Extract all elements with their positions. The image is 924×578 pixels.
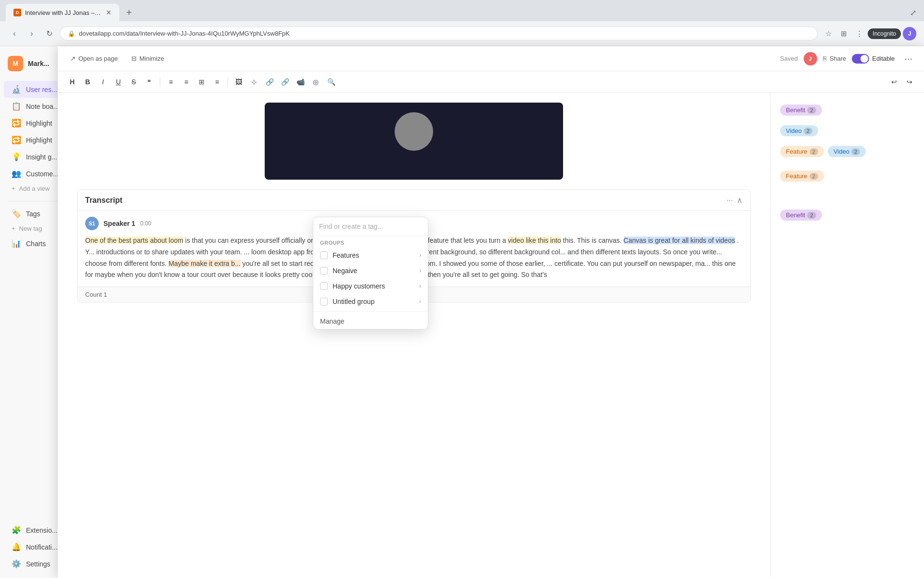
minimize-button[interactable]: ⊟ Minimize — [127, 52, 169, 65]
tab-close-button[interactable]: ✕ — [106, 9, 112, 16]
tag-search-input[interactable] — [319, 223, 422, 230]
untitled-group-checkbox[interactable] — [320, 298, 328, 305]
dropdown-item-features[interactable]: Features › — [313, 248, 428, 263]
tag-label: Benefit — [786, 211, 805, 219]
features-checkbox[interactable] — [320, 251, 328, 259]
highlight-span: One of the best parts about loom — [85, 236, 183, 244]
user-avatar-button[interactable]: J — [903, 27, 916, 40]
code-block-button[interactable]: ⊹ — [247, 75, 261, 89]
tag-count: 2 — [809, 173, 818, 180]
more-options-button[interactable]: ··· — [900, 51, 916, 66]
workspace-icon: M — [8, 56, 23, 71]
sidebar-item-label: User res... — [26, 86, 57, 93]
dropdown-search-area — [313, 217, 428, 236]
toolbar-actions: ☆ ⊞ ⋮ Incognito J — [821, 27, 916, 40]
note-board-icon: 📋 — [12, 102, 21, 111]
tag-count: 2 — [804, 128, 812, 134]
open-as-page-button[interactable]: ↗ Open as page — [65, 52, 123, 65]
draw-button[interactable]: ◎ — [309, 75, 322, 89]
profile-icon[interactable]: ⊞ — [837, 27, 850, 40]
url-text: dovetailapp.com/data/Interview-with-JJ-J… — [79, 30, 290, 37]
untitled-group-label: Untitled group — [333, 298, 374, 305]
align-button[interactable]: ≡ — [210, 75, 224, 89]
add-view-label: Add a view — [19, 185, 50, 192]
tag-count: 2 — [807, 107, 816, 114]
toggle-switch[interactable] — [852, 54, 869, 64]
table-button[interactable]: ⊞ — [195, 75, 208, 89]
chevron-right-icon: › — [419, 283, 421, 289]
dropdown-divider — [313, 311, 428, 312]
tag-feature1[interactable]: Feature 2 — [780, 146, 824, 157]
dropdown-item-negative[interactable]: Negaive › — [313, 263, 428, 278]
browser-toolbar: ‹ › ↻ 🔒 dovetailapp.com/data/Interview-w… — [0, 21, 924, 46]
sidebar-item-label: Highlight — [26, 119, 52, 127]
strikethrough-button[interactable]: S — [127, 75, 141, 89]
tag-benefit2[interactable]: Benefit 2 — [780, 210, 822, 221]
tag-label: Benefit — [786, 106, 805, 114]
forward-button[interactable]: › — [25, 27, 38, 40]
browser-tab-active[interactable]: D Interview with JJ Jonas – Dove... ✕ — [6, 4, 119, 21]
incognito-badge: Incognito — [868, 28, 901, 39]
manage-button[interactable]: Manage — [313, 314, 428, 329]
share-button[interactable]: ⎘ Share — [823, 55, 847, 62]
editable-label: Editable — [872, 55, 895, 62]
highlight1-icon: 🔁 — [12, 118, 21, 128]
sidebar-label: Extensio... — [26, 526, 57, 534]
heading-button[interactable]: H — [65, 75, 79, 89]
tab-favicon: D — [13, 9, 21, 16]
image-button[interactable]: 🖼 — [232, 75, 245, 89]
negative-checkbox[interactable] — [320, 267, 328, 275]
italic-button[interactable]: I — [96, 75, 110, 89]
document-content: Transcript ··· ∧ S1 Speaker 1 0:00 One o… — [58, 93, 924, 578]
tag-count: 2 — [851, 148, 860, 155]
tag-feature2[interactable]: Feature 2 — [780, 171, 824, 182]
modal-toolbar: ↗ Open as page ⊟ Minimize Saved J ⎘ Shar… — [58, 46, 924, 71]
link-button[interactable]: 🔗 — [263, 75, 276, 89]
new-tab-button[interactable]: + — [121, 5, 137, 20]
transcript-collapse-icon[interactable]: ∧ — [737, 196, 743, 205]
toolbar-separator1 — [160, 77, 160, 87]
video-button[interactable]: 📹 — [294, 75, 307, 89]
dropdown-item-untitled-group[interactable]: Untitled group › — [313, 294, 428, 309]
dropdown-item-happy-customers[interactable]: Happy customers › — [313, 278, 428, 294]
address-bar[interactable]: 🔒 dovetailapp.com/data/Interview-with-JJ… — [60, 26, 818, 40]
undo-button[interactable]: ↩ — [887, 75, 901, 89]
open-page-icon: ↗ — [70, 55, 76, 62]
underline-button[interactable]: U — [112, 75, 125, 89]
transcript-more-icon[interactable]: ··· — [727, 196, 733, 205]
more-options-icon[interactable]: ⋮ — [852, 27, 866, 40]
code-button[interactable]: ❝ — [142, 75, 156, 89]
browser-chrome: D Interview with JJ Jonas – Dove... ✕ + … — [0, 0, 924, 46]
tags-row1: Benefit 2 — [778, 103, 916, 118]
happy-customers-checkbox[interactable] — [320, 282, 328, 290]
url-button[interactable]: 🔗 — [278, 75, 292, 89]
video-person-avatar — [395, 112, 433, 151]
document-modal: ↗ Open as page ⊟ Minimize Saved J ⎘ Shar… — [58, 46, 924, 578]
open-page-label: Open as page — [78, 55, 118, 62]
chevron-right-icon: › — [419, 252, 421, 259]
tag-video2[interactable]: Video 2 — [828, 146, 866, 157]
back-button[interactable]: ‹ — [8, 27, 21, 40]
sidebar-item-label: Insight g... — [26, 153, 57, 161]
modal-toolbar-right: Saved J ⎘ Share Editable ··· — [780, 51, 916, 66]
search-editor-button[interactable]: 🔍 — [324, 75, 338, 89]
video-thumbnail[interactable] — [265, 103, 563, 180]
redo-button[interactable]: ↪ — [903, 75, 916, 89]
dropdown-section-label: Groups — [313, 236, 428, 248]
tag-benefit1[interactable]: Benefit 2 — [780, 105, 822, 116]
refresh-button[interactable]: ↻ — [42, 27, 56, 40]
new-tag-icon: + — [12, 225, 15, 232]
editable-toggle[interactable]: Editable — [852, 54, 895, 64]
bullet-list-button[interactable]: ≡ — [164, 75, 178, 89]
bold-button[interactable]: B — [81, 75, 94, 89]
bookmark-icon[interactable]: ☆ — [821, 27, 835, 40]
highlight-span: Maybe make it extra b... — [168, 260, 240, 267]
share-icon: ⎘ — [823, 55, 827, 62]
user-avatar: J — [804, 52, 817, 66]
maximize-button[interactable]: ⤢ — [908, 6, 918, 19]
text-span: this. This is canvas. — [563, 236, 624, 244]
tag-count: 2 — [809, 148, 818, 155]
ordered-list-button[interactable]: ≡ — [180, 75, 193, 89]
transcript-actions[interactable]: ··· ∧ — [727, 196, 743, 205]
tag-video1[interactable]: Video 2 — [780, 125, 818, 136]
